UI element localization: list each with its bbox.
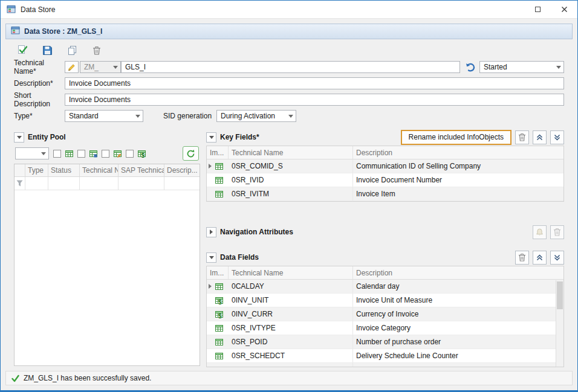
infoobject-icon: [215, 176, 223, 184]
key-fields-table: Im... Technical Name Description 0SR_COM…: [206, 146, 564, 202]
table-row[interactable]: 0SR_COMID_S Communication ID of Selling …: [207, 159, 563, 173]
trash-icon: [518, 133, 526, 141]
column-header-im[interactable]: Im...: [207, 146, 229, 159]
navigation-attributes-delete-button[interactable]: [550, 225, 564, 239]
column-header-status[interactable]: Status: [48, 164, 80, 176]
column-header-technical-name[interactable]: Technical Name: [229, 266, 353, 279]
description-row: Description* Invoice Documents: [14, 77, 564, 89]
column-header-description[interactable]: Descrip...: [164, 164, 200, 176]
chevron-right-icon: [210, 230, 213, 234]
type-value: Standard: [69, 112, 99, 120]
scrollbar-thumb[interactable]: [557, 281, 563, 309]
key-fields-collapse-button[interactable]: [206, 132, 216, 143]
main-toolbar: [5, 39, 573, 61]
maximize-button[interactable]: [524, 1, 551, 19]
data-fields-header: Data Fields: [206, 249, 564, 266]
short-description-value: Invoice Documents: [69, 95, 131, 104]
table-row[interactable]: $ 0INV_UNIT Invoice Unit of Measure: [207, 294, 563, 307]
table-row-partial[interactable]: [207, 363, 563, 367]
row-icon-cell: $: [207, 307, 229, 321]
description-input[interactable]: Invoice Documents: [65, 77, 564, 89]
filter-checkbox-2[interactable]: [77, 150, 85, 158]
column-header-type[interactable]: Type: [25, 164, 48, 176]
filter-cell-status[interactable]: [48, 177, 80, 190]
infoobject-icon: [215, 324, 223, 332]
column-header-sap-technical[interactable]: SAP Technical ...: [119, 164, 164, 176]
table-row[interactable]: 0SR_IVTYPE Invoice Category: [207, 321, 563, 335]
key-fields-delete-button[interactable]: [515, 130, 529, 144]
type-combo[interactable]: Standard: [65, 110, 143, 122]
status-message: ZM_GLS_I has been succesfully saved.: [24, 374, 151, 382]
expand-arrow-icon[interactable]: [209, 164, 214, 169]
column-header-im[interactable]: Im...: [207, 266, 229, 279]
navigation-attributes-generate-button[interactable]: [533, 225, 547, 239]
filter-checkbox-1[interactable]: [53, 150, 61, 158]
filter-checkbox-4[interactable]: [126, 150, 134, 158]
table-row[interactable]: 0SR_IVITM Invoice Item: [207, 187, 563, 201]
entity-filter-row: [15, 177, 200, 190]
table-row[interactable]: 0CALDAY Calendar day: [207, 280, 563, 294]
infoobject-icon: [215, 283, 223, 291]
infoobject-icon: [215, 366, 223, 368]
key-fields-move-down-button[interactable]: [550, 130, 564, 144]
filter-indicator-cell: [15, 177, 25, 190]
column-header-description[interactable]: Description: [353, 146, 563, 159]
key-fields-title: Key Fields*: [220, 133, 259, 141]
prefix-value: ZM_: [84, 63, 99, 71]
table-row[interactable]: 0SR_POID Number of purchase order: [207, 335, 563, 349]
short-description-input[interactable]: Invoice Documents: [65, 94, 564, 106]
trash-icon: [553, 228, 561, 236]
entity-grid-header: Type Status Technical N... SAP Technical…: [15, 164, 200, 177]
table-row[interactable]: 0SR_IVID Invoice Document Number: [207, 173, 563, 187]
entity-type-combo[interactable]: [15, 147, 49, 159]
row-icon-cell: [207, 173, 229, 187]
delete-button[interactable]: [90, 43, 103, 57]
data-fields-collapse-button[interactable]: [206, 252, 216, 263]
description-cell: Number of purchase order: [353, 335, 563, 349]
technical-name-input[interactable]: GLS_I: [121, 61, 460, 73]
expand-arrow-icon[interactable]: [209, 284, 214, 289]
filter-cell-sap-technical[interactable]: [119, 177, 164, 190]
editor-header: Data Store : ZM_GLS_I: [5, 24, 573, 39]
close-button[interactable]: [551, 1, 577, 19]
technical-name-value: GLS_I: [125, 63, 146, 71]
edit-name-button[interactable]: [65, 61, 79, 73]
undo-button[interactable]: [463, 61, 477, 73]
column-header-description[interactable]: Description: [353, 266, 563, 279]
entity-pool-title: Entity Pool: [28, 133, 66, 141]
technical-name-cell: 0SR_SCHEDCT: [229, 349, 353, 362]
key-fields-move-up-button[interactable]: [533, 130, 547, 144]
double-chevron-down-icon: [554, 134, 560, 141]
expander-spacer: [209, 339, 214, 345]
filter-cell-description[interactable]: [164, 177, 200, 190]
table-row[interactable]: 0SR_SCHEDCT Delivery Schedule Line Count…: [207, 349, 563, 363]
data-fields-move-up-button[interactable]: [533, 251, 547, 265]
status-combo[interactable]: Started: [479, 61, 564, 73]
filter-cell-type[interactable]: [25, 177, 48, 190]
entity-pool-collapse-button[interactable]: [14, 132, 24, 143]
data-fields-move-down-button[interactable]: [550, 251, 564, 265]
rename-infoobjects-button[interactable]: Rename included InfoObjects: [401, 130, 511, 145]
chevron-down-icon: [556, 66, 561, 69]
technical-name-cell: 0SR_IVID: [229, 173, 353, 187]
activate-button[interactable]: [16, 43, 29, 57]
data-fields-delete-button[interactable]: [515, 251, 529, 265]
save-button[interactable]: [41, 43, 54, 57]
key-fields-header: Key Fields* Rename included InfoObjects: [206, 129, 564, 146]
sid-generation-combo[interactable]: During Activation: [216, 110, 296, 122]
data-fields-table: Im... Technical Name Description 0CALDAY…: [206, 266, 564, 367]
filter-checkbox-3[interactable]: [102, 150, 109, 158]
table-row[interactable]: $ 0INV_CURR Currency of Invoice: [207, 307, 563, 321]
copy-button[interactable]: [65, 43, 79, 57]
filter-cell-technical-name[interactable]: [80, 177, 119, 190]
prefix-combo[interactable]: ZM_: [80, 61, 121, 73]
column-header-technical-name[interactable]: Technical N...: [80, 164, 119, 176]
vertical-scrollbar[interactable]: [556, 280, 563, 367]
technical-name-cell: [229, 363, 353, 367]
expander-spacer: [209, 298, 214, 303]
refresh-button[interactable]: [183, 146, 199, 161]
navigation-attributes-expand-button[interactable]: [206, 227, 216, 237]
expander-spacer: [209, 178, 214, 183]
data-store-window: Data Store Data Store : ZM_GLS_I: [0, 0, 578, 392]
column-header-technical-name[interactable]: Technical Name: [229, 146, 353, 159]
